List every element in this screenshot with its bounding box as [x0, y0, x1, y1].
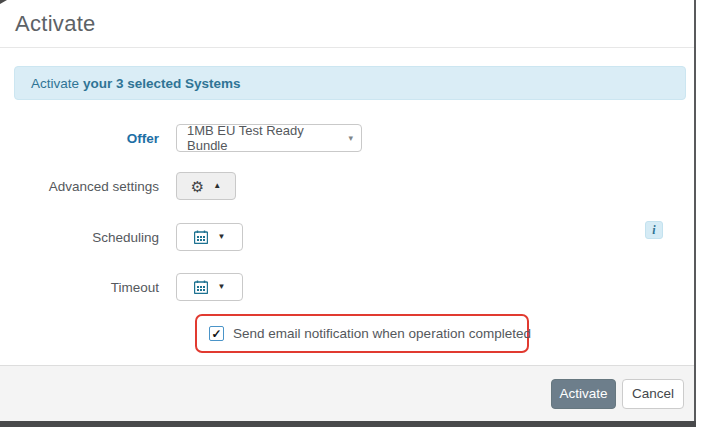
timeout-label: Timeout [14, 280, 176, 295]
banner-emphasis: your 3 selected Systems [83, 76, 241, 91]
info-icon[interactable]: i [645, 221, 663, 239]
chevron-up-icon: ▲ [213, 182, 221, 190]
timeout-row: Timeout ▼ [14, 273, 243, 301]
scheduling-row: Scheduling ▼ [14, 223, 243, 251]
offer-row: Offer 1MB EU Test Ready Bundle ▾ [14, 124, 362, 152]
scheduling-dropdown-button[interactable]: ▼ [176, 223, 243, 251]
window-edge-bottom [0, 421, 696, 427]
dialog-title: Activate [15, 11, 96, 37]
banner-text: Activate [31, 76, 79, 91]
info-banner: Activate your 3 selected Systems [14, 66, 686, 100]
offer-dropdown[interactable]: 1MB EU Test Ready Bundle ▾ [176, 124, 362, 152]
calendar-icon [194, 280, 208, 294]
dialog-header: Activate [0, 0, 694, 48]
offer-dropdown-value: 1MB EU Test Ready Bundle [187, 123, 342, 153]
scheduling-label: Scheduling [14, 230, 176, 245]
chevron-down-icon: ▼ [218, 233, 226, 241]
dialog-footer: Activate Cancel [0, 365, 694, 421]
email-notification-label: Send email notification when operation c… [233, 326, 531, 341]
notification-highlight-annotation: ✓ Send email notification when operation… [195, 314, 529, 353]
activate-dialog: Activate Activate your 3 selected System… [0, 0, 701, 429]
offer-label: Offer [14, 131, 176, 146]
email-notification-checkbox[interactable]: ✓ [209, 326, 224, 341]
advanced-settings-row: Advanced settings ⚙ ▲ [14, 172, 236, 200]
window-edge-right [694, 0, 696, 427]
calendar-icon [194, 230, 208, 244]
advanced-settings-label: Advanced settings [14, 179, 176, 194]
timeout-dropdown-button[interactable]: ▼ [176, 273, 243, 301]
chevron-down-icon: ▾ [348, 133, 353, 143]
chevron-down-icon: ▼ [218, 283, 226, 291]
advanced-settings-toggle-button[interactable]: ⚙ ▲ [176, 172, 236, 200]
activate-button[interactable]: Activate [551, 379, 616, 409]
cancel-button[interactable]: Cancel [622, 379, 684, 409]
gear-icon: ⚙ [191, 179, 204, 194]
